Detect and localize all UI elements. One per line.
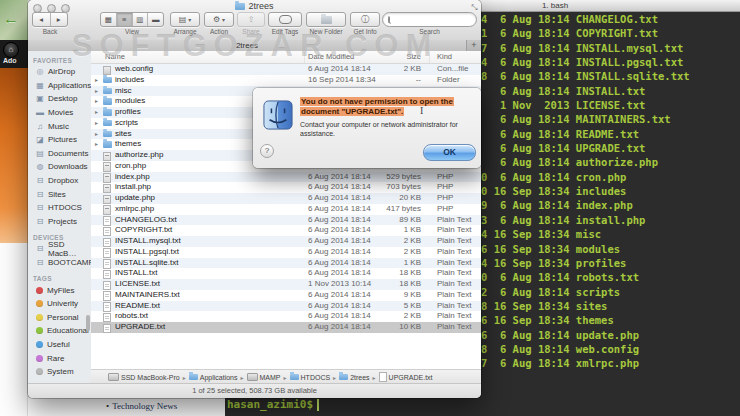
column-header-name[interactable]: Name: [105, 52, 125, 61]
column-view-button[interactable]: ▥: [133, 13, 149, 26]
new-folder-group: New Folder: [306, 12, 346, 35]
terminal-title: 1. bash: [542, 1, 568, 10]
sidebar-tag-item[interactable]: System: [28, 365, 91, 379]
airdrop-icon: ◎: [35, 67, 45, 76]
new-folder-button[interactable]: [306, 12, 346, 27]
icon-view-button[interactable]: ▦: [101, 13, 117, 26]
disclosure-triangle-icon[interactable]: ▸: [95, 139, 98, 150]
table-row[interactable]: ▸ install.php 6 Aug 2014 18:14 703 bytes…: [91, 182, 481, 193]
sidebar-item[interactable]: ▤ Documents: [28, 147, 91, 161]
background-webpage: •Technology News: [28, 397, 225, 416]
home-icon[interactable]: ⌂: [3, 42, 19, 58]
sidebar-item[interactable]: ◪ Pictures: [28, 133, 91, 147]
arrange-button[interactable]: ▤▾: [170, 12, 200, 27]
sidebar-item[interactable]: ▦ Applications: [28, 79, 91, 93]
table-row[interactable]: ▸ INSTALL.txt 6 Aug 2014 18:14 18 KB Pla…: [91, 268, 481, 279]
new-tab-button[interactable]: +: [467, 40, 481, 51]
disclosure-triangle-icon[interactable]: ▸: [95, 86, 98, 97]
sidebar-device-item[interactable]: ⊟ SSD MacB…: [28, 242, 91, 256]
table-row[interactable]: ▸ INSTALL.pgsql.txt 6 Aug 2014 18:14 2 K…: [91, 247, 481, 258]
sidebar-tag-item[interactable]: Univerity: [28, 297, 91, 311]
sidebar-item[interactable]: ⊟ Projects: [28, 215, 91, 229]
back-label: Back: [32, 28, 68, 35]
action-button[interactable]: ⚙▾: [204, 12, 234, 27]
coverflow-view-button[interactable]: ▬: [148, 13, 163, 26]
column-header-size[interactable]: Size: [353, 52, 421, 61]
tag-color-dot: [36, 287, 43, 294]
file-kind: PHP: [437, 193, 453, 204]
sidebar-item[interactable]: ◎ AirDrop: [28, 65, 91, 79]
sidebar-tag-item[interactable]: Personal: [28, 311, 91, 325]
disclosure-triangle-icon[interactable]: ▸: [95, 107, 98, 118]
table-row[interactable]: ▸ index.php 6 Aug 2014 18:14 529 bytes P…: [91, 172, 481, 183]
table-row[interactable]: ▸ INSTALL.mysql.txt 6 Aug 2014 18:14 2 K…: [91, 236, 481, 247]
sidebar-tag-item[interactable]: Rare: [28, 351, 91, 365]
disclosure-triangle-icon[interactable]: ▸: [95, 96, 98, 107]
column-header-kind[interactable]: Kind: [437, 52, 452, 61]
list-view-button[interactable]: ≡: [117, 13, 133, 26]
folder-proxy-icon: [235, 3, 245, 10]
breadcrumb-item[interactable]: HTDOCS ▸: [290, 374, 340, 381]
table-row[interactable]: ▸ UPGRADE.txt 6 Aug 2014 18:14 10 KB Pla…: [91, 322, 481, 333]
disclosure-triangle-icon[interactable]: ▸: [95, 118, 98, 129]
sidebar: FAVORITES ◎ AirDrop ▦ Applications ▣ Des…: [28, 51, 92, 384]
table-row[interactable]: ▸ update.php 6 Aug 2014 18:14 20 KB PHP: [91, 193, 481, 204]
search-label: Search: [382, 28, 477, 35]
help-button[interactable]: ?: [260, 144, 274, 158]
terminal-cursor: [317, 399, 319, 411]
breadcrumb-item[interactable]: UPGRADE.txt ▸: [379, 372, 433, 382]
forward-button[interactable]: ▸: [51, 13, 68, 26]
webpage-link-label: Technology News: [112, 401, 177, 411]
sidebar-item[interactable]: ▣ Desktop: [28, 92, 91, 106]
share-button[interactable]: ⇪: [237, 12, 265, 27]
edit-tags-button[interactable]: [268, 12, 302, 27]
edit-tags-label: Edit Tags: [268, 28, 302, 35]
file-kind: PHP: [437, 204, 453, 215]
back-button[interactable]: ◂: [33, 13, 51, 26]
file-size: 2 KB: [353, 311, 421, 322]
dialog-body: Contact your computer or network adminis…: [300, 121, 458, 138]
ok-button[interactable]: OK: [423, 144, 476, 161]
breadcrumb-item[interactable]: 2trees ▸: [339, 374, 378, 381]
terminal-prompt-line[interactable]: hasan_azimi0$: [227, 398, 319, 411]
sidebar-item[interactable]: ◍ Downloads: [28, 160, 91, 174]
webpage-link[interactable]: •Technology News: [106, 401, 177, 411]
search-input[interactable]: [390, 15, 506, 25]
table-row[interactable]: ▸ COPYRIGHT.txt 6 Aug 2014 18:14 1 KB Pl…: [91, 225, 481, 236]
table-row[interactable]: ▸ README.txt 6 Aug 2014 18:14 5 KB Plain…: [91, 301, 481, 312]
file-kind: Plain Text: [437, 215, 472, 226]
breadcrumb-item[interactable]: Applications ▸: [189, 374, 247, 381]
sidebar-scrollbar[interactable]: [86, 315, 90, 331]
browser-back-arrow-icon[interactable]: ←: [3, 10, 19, 28]
sidebar-item[interactable]: ▬ Movies: [28, 106, 91, 120]
new-folder-label: New Folder: [306, 28, 346, 35]
table-row[interactable]: ▸ CHANGELOG.txt 6 Aug 2014 18:14 89 KB P…: [91, 215, 481, 226]
column-header-date[interactable]: Date Modified: [308, 52, 354, 61]
get-info-button[interactable]: ⓘ: [350, 12, 380, 27]
disclosure-triangle-icon[interactable]: ▸: [95, 75, 98, 86]
table-row[interactable]: ▸ xmlrpc.php 6 Aug 2014 18:14 417 bytes …: [91, 204, 481, 215]
file-name: MAINTAINERS.txt: [115, 290, 180, 301]
file-kind: Con...file: [437, 64, 469, 75]
sidebar-tag-item[interactable]: Useful: [28, 338, 91, 352]
file-name: profiles: [115, 107, 141, 118]
table-row[interactable]: ▸ MAINTAINERS.txt 6 Aug 2014 18:14 9 KB …: [91, 290, 481, 301]
fullscreen-icon[interactable]: ⤢: [469, 4, 479, 10]
disclosure-triangle-icon[interactable]: ▸: [95, 129, 98, 140]
sidebar-tag-item[interactable]: MyFiles: [28, 283, 91, 297]
sidebar-item[interactable]: ⊟ HTDOCS: [28, 201, 91, 215]
table-row[interactable]: ▸ web.config 6 Aug 2014 18:14 2 KB Con..…: [91, 64, 481, 75]
breadcrumb-item[interactable]: MAMP ▸: [247, 373, 290, 381]
sidebar-device-item[interactable]: ⊟ BOOTCAMP: [28, 256, 91, 270]
sidebar-item[interactable]: ♫ Music: [28, 119, 91, 133]
sidebar-item[interactable]: ⊟ Dropbox: [28, 174, 91, 188]
table-row[interactable]: ▸ INSTALL.sqlite.txt 6 Aug 2014 18:14 1 …: [91, 258, 481, 269]
table-row[interactable]: ▸ LICENSE.txt 1 Nov 2013 10:14 18 KB Pla…: [91, 279, 481, 290]
table-row[interactable]: ▸ includes 16 Sep 2014 18:34 -- Folder: [91, 75, 481, 86]
breadcrumb-item[interactable]: SSD MacBook-Pro ▸: [108, 373, 189, 381]
sidebar-tag-item[interactable]: Educational: [28, 324, 91, 338]
file-size: 10 KB: [353, 322, 421, 333]
tab-2trees[interactable]: 2trees: [28, 40, 467, 51]
table-row[interactable]: ▸ robots.txt 6 Aug 2014 18:14 2 KB Plain…: [91, 311, 481, 322]
sidebar-item[interactable]: ⊟ Sites: [28, 187, 91, 201]
